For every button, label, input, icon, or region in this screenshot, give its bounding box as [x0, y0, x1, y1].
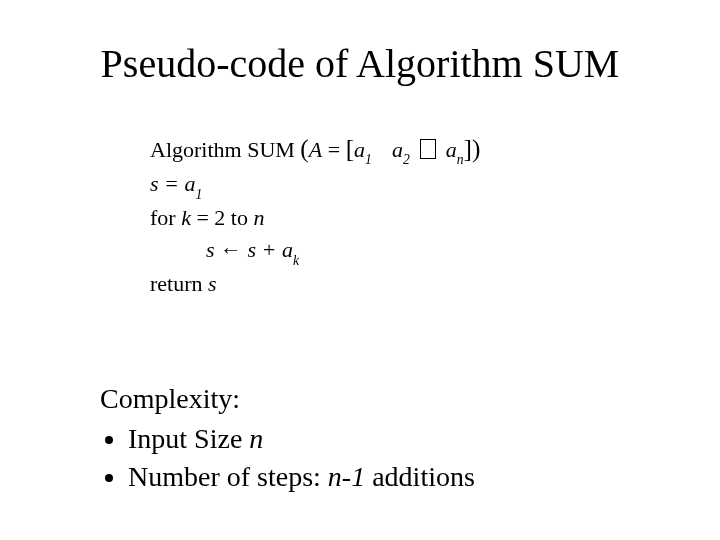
algo-header-line: Algorithm SUM (A = [a1a2an])	[150, 130, 480, 168]
init-sub1: 1	[195, 187, 202, 202]
slide: Pseudo-code of Algorithm SUM Algorithm S…	[0, 0, 720, 540]
assign-rhs: s + a	[248, 237, 293, 262]
b1-text: Input Size	[128, 423, 249, 454]
complexity-heading: Complexity:	[100, 380, 475, 418]
line-return: return s	[150, 268, 480, 300]
lparen: (	[300, 134, 308, 162]
rparen: )	[472, 134, 480, 162]
b1-var: n	[249, 423, 263, 454]
pseudocode-block: Algorithm SUM (A = [a1a2an]) s = a1 for …	[150, 130, 480, 300]
init-lhs: s = a	[150, 171, 195, 196]
lbracket: [	[346, 134, 354, 162]
line-assign: s ← s + ak	[150, 234, 480, 268]
return-keyword: return	[150, 271, 208, 296]
var-n: n	[253, 205, 264, 230]
var-a2: a	[392, 137, 403, 162]
rbracket: ]	[464, 134, 472, 162]
var-A: A	[309, 137, 322, 162]
slide-title: Pseudo-code of Algorithm SUM	[0, 40, 720, 87]
assign-s: s	[206, 237, 215, 262]
b2-text: Number of steps:	[128, 461, 328, 492]
sub-k: k	[293, 253, 299, 268]
var-an: a	[446, 137, 457, 162]
line-for: for k = 2 to n	[150, 202, 480, 234]
sub-1: 1	[365, 152, 372, 167]
for-range: = 2 to	[191, 205, 254, 230]
complexity-block: Complexity: Input Size n Number of steps…	[100, 380, 475, 495]
return-s: s	[208, 271, 217, 296]
ellipsis-icon	[420, 139, 436, 159]
for-keyword: for	[150, 205, 181, 230]
b2-post: additions	[365, 461, 475, 492]
sub-n: n	[457, 152, 464, 167]
arrow-icon: ←	[215, 237, 248, 262]
line-init: s = a1	[150, 168, 480, 202]
bullet-steps: Number of steps: n-1 additions	[128, 458, 475, 496]
bullet-input-size: Input Size n	[128, 420, 475, 458]
var-k: k	[181, 205, 191, 230]
b2-var: n-1	[328, 461, 365, 492]
eq-sign: =	[322, 137, 345, 162]
sub-2: 2	[403, 152, 410, 167]
algo-keyword: Algorithm SUM	[150, 137, 300, 162]
complexity-list: Input Size n Number of steps: n-1 additi…	[100, 420, 475, 496]
var-a1: a	[354, 137, 365, 162]
